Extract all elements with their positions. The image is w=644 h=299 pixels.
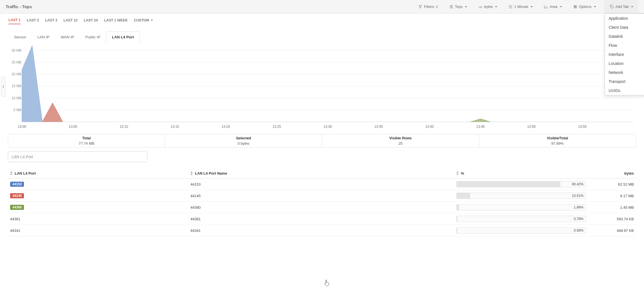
add-tab-menu-item[interactable]: Flow — [605, 41, 644, 50]
pct-bar: 1.86% — [456, 204, 586, 210]
cell-pct: 1.86% — [454, 202, 588, 213]
entity-tab[interactable]: Public IP — [80, 32, 106, 43]
options-button[interactable]: Options — [570, 3, 599, 10]
caret-down-icon — [560, 6, 562, 7]
entity-tab[interactable]: LAN IP — [32, 32, 55, 43]
range-tab[interactable]: LAST 24 — [84, 18, 98, 24]
summary-visible-rows: Visible Rows 25 — [322, 134, 479, 147]
svg-rect-3 — [575, 5, 576, 6]
range-tab[interactable]: LAST 12 — [63, 18, 77, 24]
cell-pct: 0.58% — [454, 225, 588, 236]
table-filter-input[interactable] — [8, 151, 147, 162]
table-row[interactable]: 44381443810.76%593.74 KB — [8, 213, 636, 225]
add-tab-menu-item[interactable]: Application — [605, 14, 644, 23]
caret-down-icon — [594, 6, 596, 7]
add-tab-menu-item[interactable]: Interface — [605, 50, 644, 59]
add-tab-menu-item[interactable]: Datalink — [605, 32, 644, 41]
tops-button[interactable]: Tops — [447, 3, 470, 10]
summary-visible-rows-value: 25 — [322, 141, 479, 146]
caret-down-icon — [530, 6, 533, 7]
bytes-label: bytes — [484, 5, 493, 9]
bytes-button[interactable]: bytes — [476, 3, 500, 10]
svg-text:13:00: 13:00 — [18, 125, 26, 129]
svg-text:13:30: 13:30 — [323, 125, 332, 129]
page-title: Traffic - Tops — [6, 4, 32, 9]
svg-text:13:55: 13:55 — [578, 125, 587, 129]
summary-visible-rows-label: Visible Rows — [322, 136, 479, 140]
cell-port: 44381 — [8, 213, 188, 225]
cell-pct: 0.76% — [454, 213, 588, 225]
entity-tab[interactable]: WAN IP — [55, 32, 80, 43]
range-tab[interactable]: LAST 3 — [45, 18, 57, 24]
col-port[interactable]: LAN L4 Port — [8, 168, 188, 179]
pct-bar: 10.51% — [456, 193, 586, 199]
add-tab-menu-item[interactable]: Location — [605, 59, 644, 68]
svg-text:13:25: 13:25 — [272, 125, 281, 129]
add-tab-menu-item[interactable]: Client Data — [605, 23, 644, 32]
svg-rect-8 — [574, 8, 575, 8]
col-bytes[interactable]: bytes — [588, 168, 636, 179]
cell-bytes: 8.17 MB — [588, 190, 636, 202]
svg-rect-6 — [575, 6, 576, 7]
cell-bytes: 593.74 KB — [588, 213, 636, 225]
add-tab-dropdown: ApplicationClient DataDatalinkFlowInterf… — [605, 14, 644, 95]
results-table: LAN L4 Port LAN L4 Port Name % bytes 441… — [8, 168, 636, 236]
cell-port-name: 44380 — [188, 202, 454, 213]
add-tab-menu-item[interactable]: Transport — [605, 77, 644, 86]
table-row[interactable]: 44380443801.86%1.45 MB — [8, 202, 636, 213]
summary-selected: Selected 0 bytes — [165, 134, 322, 147]
col-pct[interactable]: % — [454, 168, 588, 179]
port-badge: 44145 — [10, 193, 24, 198]
svg-text:13:15: 13:15 — [170, 125, 179, 129]
range-tab[interactable]: LAST 1 — [8, 18, 21, 24]
caret-down-icon — [151, 20, 153, 21]
svg-text:13:05: 13:05 — [69, 125, 77, 129]
col-port-name[interactable]: LAN L4 Port Name — [188, 168, 454, 179]
menu-item-label: Application — [609, 16, 628, 21]
list-icon — [449, 5, 453, 9]
options-label: Options — [579, 5, 592, 9]
chart-prev-handle[interactable] — [1, 77, 6, 96]
entity-tab[interactable]: Sensor — [8, 32, 32, 43]
caret-down-icon — [465, 6, 467, 7]
pct-bar: 0.58% — [456, 227, 586, 234]
funnel-icon — [418, 5, 422, 9]
tag-icon — [610, 5, 614, 9]
top-toolbar: Traffic - Tops Filters: 1 Tops bytes 1 M… — [0, 0, 644, 14]
grid-icon — [573, 5, 577, 9]
add-tab-label: Add Tab — [616, 5, 629, 9]
cell-pct: 10.51% — [454, 190, 588, 202]
area-chart[interactable]: 5 MB10 MB15 MB20 MB25 MB30 MB13:0013:051… — [8, 44, 636, 129]
filters-button[interactable]: Filters: 1 — [416, 3, 441, 10]
add-tab-menu-item[interactable]: UUIDs — [605, 86, 644, 95]
add-tab-button[interactable]: Add Tab — [605, 0, 638, 14]
cell-port: 44380 — [8, 202, 188, 213]
entity-tab[interactable]: LAN L4 Port — [106, 31, 140, 43]
cell-port: 44341 — [8, 225, 188, 236]
table-row[interactable]: 44341443410.58%448.97 KB — [8, 225, 636, 236]
summary-bar: Total 77.74 MB Selected 0 bytes Visible … — [8, 134, 636, 148]
sort-icon — [456, 172, 459, 175]
entity-tabs: SensorLAN IPWAN IPPublic IPLAN L4 Port — [0, 27, 644, 43]
port-badge: 44153 — [10, 182, 24, 187]
interval-label: 1 Minute — [514, 5, 528, 9]
gauge-icon — [478, 5, 482, 9]
cell-port-name: 44153 — [188, 179, 454, 190]
svg-text:13:45: 13:45 — [476, 125, 485, 129]
summary-visible-total-value: 97.89% — [479, 141, 636, 146]
add-tab-menu-item[interactable]: Network — [605, 68, 644, 77]
table-row[interactable]: 441454414510.51%8.17 MB — [8, 190, 636, 202]
range-tab[interactable]: LAST 2 — [27, 18, 39, 24]
cell-bytes: 62.52 MB — [588, 179, 636, 190]
svg-rect-5 — [574, 6, 575, 7]
svg-text:5 MB: 5 MB — [14, 108, 21, 112]
range-tab[interactable]: LAST 1 WEEK — [104, 18, 128, 24]
svg-text:25 MB: 25 MB — [12, 60, 21, 64]
area-button[interactable]: Area — [541, 3, 565, 10]
table-row[interactable]: 441534415380.42%62.52 MB — [8, 179, 636, 190]
summary-total-label: Total — [8, 136, 165, 140]
area-chart-icon — [544, 5, 548, 9]
range-tab-custom[interactable]: CUSTOM — [134, 18, 153, 24]
chart-area: 5 MB10 MB15 MB20 MB25 MB30 MB13:0013:051… — [8, 44, 636, 129]
interval-button[interactable]: 1 Minute — [506, 3, 536, 10]
